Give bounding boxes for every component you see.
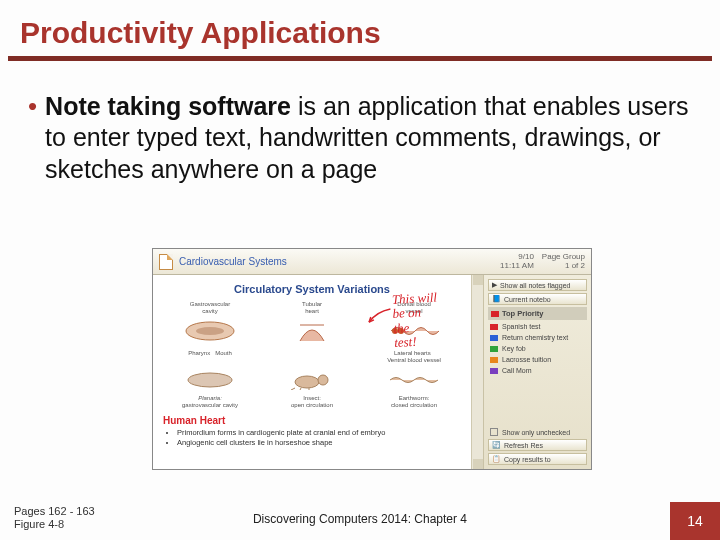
sub-bullet-list: Primordium forms in cardiogenic plate at… [169,428,465,447]
bullet-marker: • [28,91,37,121]
bullet-item: • Note taking software is an application… [28,91,692,185]
organism-1: Planaria:gastrovascular cavity [167,367,253,408]
scrollbar[interactable] [471,275,483,469]
app-titlebar: Cardiovascular Systems 9/1011:11 AM Page… [153,249,591,275]
flag-icon [490,368,498,374]
copy-results-button[interactable]: 📋 Copy results to [488,453,587,465]
organism-2: Insect:open circulation [269,367,355,408]
embedded-app-screenshot: Cardiovascular Systems 9/1011:11 AM Page… [152,248,592,470]
flag-icon [490,357,498,363]
svg-point-1 [196,327,224,335]
flag-item[interactable]: Call Mom [488,366,587,375]
flag-icon [490,335,498,341]
note-page: Circulatory System Variations Gastrovasc… [153,275,471,469]
notebook-selector[interactable]: 📘 Current notebo [488,293,587,305]
slide-title: Productivity Applications [20,16,700,50]
flag-item[interactable]: Spanish test [488,322,587,331]
flag-icon [491,311,499,317]
diagram-2: Tubularheart [282,301,342,363]
refresh-button[interactable]: 🔄 Refresh Res [488,439,587,451]
bullet-text: Note taking software is an application t… [45,91,692,185]
svg-point-7 [318,375,328,385]
slide-footer: Pages 162 - 163Figure 4-8 Discovering Co… [0,492,720,540]
priority-header: Top Priority [488,307,587,320]
footer-center: Discovering Computers 2014: Chapter 4 [0,512,720,526]
diagram-1: Gastrovascularcavity Pharynx Mouth [180,301,240,363]
timestamp: 9/1011:11 AM [500,253,534,271]
notebook-title: Cardiovascular Systems [179,256,287,267]
checkbox-icon [490,428,498,436]
bullet-bold: Note taking software [45,92,291,120]
show-all-flagged-button[interactable]: ▶ Show all notes flagged [488,279,587,291]
page-icon [159,254,173,270]
svg-point-5 [188,373,232,387]
flag-icon [490,324,498,330]
handwritten-annotation: This will be on the test! [392,289,469,350]
slide-number: 14 [670,502,720,540]
flag-icon [490,346,498,352]
svg-line-9 [299,388,301,390]
task-pane: ▶ Show all notes flagged 📘 Current noteb… [483,275,591,469]
flag-item[interactable]: Return chemistry text [488,333,587,342]
sub-bullet: Primordium forms in cardiogenic plate at… [177,428,465,437]
sub-bullet: Angiogenic cell clusters lie in horsesho… [177,438,465,447]
svg-point-6 [295,376,319,388]
flag-item[interactable]: Lacrosse tuition [488,355,587,364]
flag-item[interactable]: Key fob [488,344,587,353]
page-group: Page Group1 of 2 [542,253,585,271]
organism-3: Earthworm:closed circulation [371,367,457,408]
svg-line-8 [291,388,295,390]
show-unchecked-toggle[interactable]: Show only unchecked [488,427,587,437]
section-heading: Human Heart [163,415,465,426]
